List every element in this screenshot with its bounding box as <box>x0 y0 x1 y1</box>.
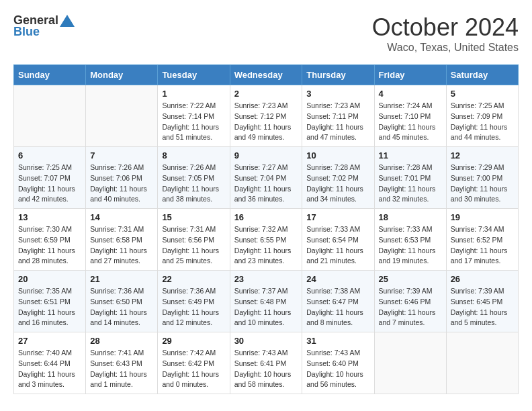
day-header-tuesday: Tuesday <box>158 65 230 85</box>
day-header-sunday: Sunday <box>14 65 86 85</box>
day-number: 10 <box>306 150 369 161</box>
calendar-cell: 18Sunrise: 7:33 AMSunset: 6:53 PMDayligh… <box>374 209 446 271</box>
calendar-week-row: 6Sunrise: 7:25 AMSunset: 7:07 PMDaylight… <box>14 147 519 209</box>
calendar-cell: 16Sunrise: 7:32 AMSunset: 6:55 PMDayligh… <box>230 209 302 271</box>
calendar-cell: 9Sunrise: 7:27 AMSunset: 7:04 PMDaylight… <box>230 147 302 209</box>
calendar-cell: 22Sunrise: 7:36 AMSunset: 6:49 PMDayligh… <box>158 271 230 332</box>
day-number: 15 <box>162 212 225 222</box>
day-info: Sunrise: 7:26 AMSunset: 7:05 PMDaylight:… <box>162 163 225 205</box>
calendar-week-row: 20Sunrise: 7:35 AMSunset: 6:51 PMDayligh… <box>14 271 519 332</box>
day-info: Sunrise: 7:33 AMSunset: 6:54 PMDaylight:… <box>306 224 369 267</box>
logo-blue-text: Blue <box>13 25 40 39</box>
day-info: Sunrise: 7:31 AMSunset: 6:58 PMDaylight:… <box>90 224 153 267</box>
day-number: 1 <box>162 89 225 99</box>
day-info: Sunrise: 7:25 AMSunset: 7:09 PMDaylight:… <box>451 101 514 143</box>
calendar-cell: 23Sunrise: 7:37 AMSunset: 6:48 PMDayligh… <box>230 271 302 332</box>
day-number: 9 <box>234 150 298 161</box>
day-number: 5 <box>451 89 514 99</box>
day-info: Sunrise: 7:35 AMSunset: 6:51 PMDaylight:… <box>18 286 81 328</box>
day-info: Sunrise: 7:23 AMSunset: 7:11 PMDaylight:… <box>306 101 369 143</box>
calendar-cell: 24Sunrise: 7:38 AMSunset: 6:47 PMDayligh… <box>302 271 374 332</box>
calendar-cell: 1Sunrise: 7:22 AMSunset: 7:14 PMDaylight… <box>158 85 230 147</box>
calendar-cell: 26Sunrise: 7:39 AMSunset: 6:45 PMDayligh… <box>446 271 518 332</box>
day-number: 16 <box>234 212 298 222</box>
calendar-cell: 4Sunrise: 7:24 AMSunset: 7:10 PMDaylight… <box>374 85 446 147</box>
month-title: October 2024 <box>372 13 519 42</box>
day-info: Sunrise: 7:36 AMSunset: 6:49 PMDaylight:… <box>162 286 225 328</box>
calendar-cell: 17Sunrise: 7:33 AMSunset: 6:54 PMDayligh… <box>302 209 374 271</box>
calendar-cell: 28Sunrise: 7:41 AMSunset: 6:43 PMDayligh… <box>86 332 158 394</box>
day-number: 8 <box>162 150 225 161</box>
day-header-thursday: Thursday <box>302 65 374 85</box>
calendar-cell: 21Sunrise: 7:36 AMSunset: 6:50 PMDayligh… <box>86 271 158 332</box>
day-header-friday: Friday <box>374 65 446 85</box>
day-info: Sunrise: 7:22 AMSunset: 7:14 PMDaylight:… <box>162 101 225 143</box>
location-title: Waco, Texas, United States <box>372 42 519 54</box>
day-number: 3 <box>306 89 369 99</box>
calendar-cell: 29Sunrise: 7:42 AMSunset: 6:42 PMDayligh… <box>158 332 230 394</box>
calendar-cell <box>374 332 446 394</box>
day-number: 4 <box>379 89 442 99</box>
calendar-cell <box>86 85 158 147</box>
day-number: 26 <box>451 274 514 284</box>
day-number: 22 <box>162 274 225 284</box>
calendar-cell: 13Sunrise: 7:30 AMSunset: 6:59 PMDayligh… <box>14 209 86 271</box>
day-number: 29 <box>162 336 225 346</box>
day-number: 18 <box>379 212 442 222</box>
day-header-saturday: Saturday <box>446 65 518 85</box>
calendar-table: SundayMondayTuesdayWednesdayThursdayFrid… <box>13 64 519 394</box>
day-number: 7 <box>90 150 153 161</box>
day-number: 27 <box>18 336 81 346</box>
day-info: Sunrise: 7:33 AMSunset: 6:53 PMDaylight:… <box>379 224 442 267</box>
day-info: Sunrise: 7:39 AMSunset: 6:45 PMDaylight:… <box>451 286 514 328</box>
day-number: 21 <box>90 274 153 284</box>
day-number: 31 <box>306 336 369 346</box>
day-info: Sunrise: 7:38 AMSunset: 6:47 PMDaylight:… <box>306 286 369 328</box>
day-info: Sunrise: 7:29 AMSunset: 7:00 PMDaylight:… <box>451 163 514 205</box>
logo: General Blue <box>13 13 75 39</box>
day-number: 14 <box>90 212 153 222</box>
calendar-cell: 14Sunrise: 7:31 AMSunset: 6:58 PMDayligh… <box>86 209 158 271</box>
day-info: Sunrise: 7:24 AMSunset: 7:10 PMDaylight:… <box>379 101 442 143</box>
day-info: Sunrise: 7:42 AMSunset: 6:42 PMDaylight:… <box>162 348 225 390</box>
day-number: 12 <box>451 150 514 161</box>
svg-marker-0 <box>60 15 75 27</box>
calendar-cell: 2Sunrise: 7:23 AMSunset: 7:12 PMDaylight… <box>230 85 302 147</box>
day-info: Sunrise: 7:41 AMSunset: 6:43 PMDaylight:… <box>90 348 153 390</box>
day-number: 11 <box>379 150 442 161</box>
day-number: 25 <box>379 274 442 284</box>
day-number: 20 <box>18 274 81 284</box>
day-info: Sunrise: 7:43 AMSunset: 6:40 PMDaylight:… <box>306 348 369 390</box>
calendar-cell: 31Sunrise: 7:43 AMSunset: 6:40 PMDayligh… <box>302 332 374 394</box>
day-info: Sunrise: 7:27 AMSunset: 7:04 PMDaylight:… <box>234 163 298 205</box>
day-info: Sunrise: 7:40 AMSunset: 6:44 PMDaylight:… <box>18 348 81 390</box>
day-number: 24 <box>306 274 369 284</box>
day-number: 13 <box>18 212 81 222</box>
calendar-cell: 10Sunrise: 7:28 AMSunset: 7:02 PMDayligh… <box>302 147 374 209</box>
day-number: 6 <box>18 150 81 161</box>
day-header-monday: Monday <box>86 65 158 85</box>
day-info: Sunrise: 7:43 AMSunset: 6:41 PMDaylight:… <box>234 348 298 390</box>
calendar-cell: 3Sunrise: 7:23 AMSunset: 7:11 PMDaylight… <box>302 85 374 147</box>
day-info: Sunrise: 7:28 AMSunset: 7:02 PMDaylight:… <box>306 163 369 205</box>
calendar-cell <box>446 332 518 394</box>
day-info: Sunrise: 7:32 AMSunset: 6:55 PMDaylight:… <box>234 224 298 267</box>
calendar-week-row: 27Sunrise: 7:40 AMSunset: 6:44 PMDayligh… <box>14 332 519 394</box>
day-info: Sunrise: 7:34 AMSunset: 6:52 PMDaylight:… <box>451 224 514 267</box>
day-info: Sunrise: 7:28 AMSunset: 7:01 PMDaylight:… <box>379 163 442 205</box>
calendar-cell <box>14 85 86 147</box>
day-number: 19 <box>451 212 514 222</box>
day-info: Sunrise: 7:25 AMSunset: 7:07 PMDaylight:… <box>18 163 81 205</box>
day-header-wednesday: Wednesday <box>230 65 302 85</box>
calendar-cell: 6Sunrise: 7:25 AMSunset: 7:07 PMDaylight… <box>14 147 86 209</box>
calendar-cell: 7Sunrise: 7:26 AMSunset: 7:06 PMDaylight… <box>86 147 158 209</box>
day-number: 28 <box>90 336 153 346</box>
day-number: 2 <box>234 89 298 99</box>
logo-triangle-icon <box>60 15 75 27</box>
day-info: Sunrise: 7:31 AMSunset: 6:56 PMDaylight:… <box>162 224 225 267</box>
day-number: 17 <box>306 212 369 222</box>
day-info: Sunrise: 7:26 AMSunset: 7:06 PMDaylight:… <box>90 163 153 205</box>
calendar-cell: 19Sunrise: 7:34 AMSunset: 6:52 PMDayligh… <box>446 209 518 271</box>
title-block: October 2024 Waco, Texas, United States <box>372 13 519 54</box>
calendar-cell: 15Sunrise: 7:31 AMSunset: 6:56 PMDayligh… <box>158 209 230 271</box>
